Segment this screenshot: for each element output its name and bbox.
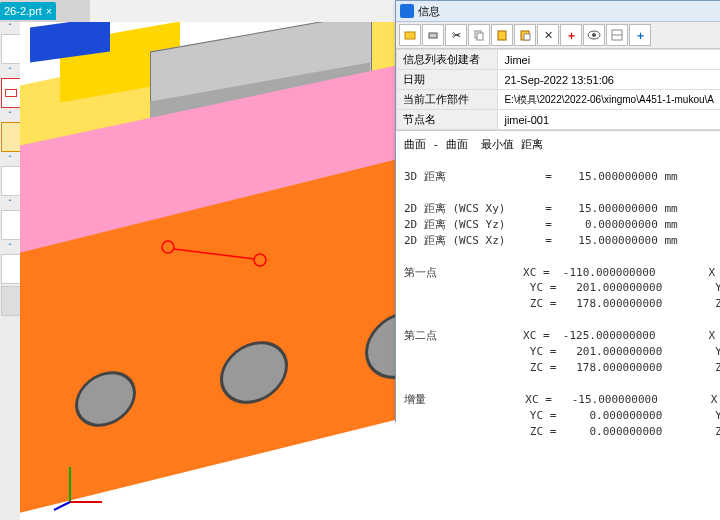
delete-icon[interactable]: ✕ (537, 24, 559, 46)
copy-icon[interactable] (468, 24, 490, 46)
info-body[interactable]: 曲面 - 曲面 最小值 距离 3D 距离 = 15.000000000 mm 2… (396, 131, 720, 448)
svg-line-5 (54, 502, 70, 510)
meta-label: 节点名 (397, 110, 498, 130)
meta-label: 日期 (397, 70, 498, 90)
add-red-icon[interactable]: ＋ (560, 24, 582, 46)
axis-triad-icon (50, 452, 110, 512)
svg-rect-10 (498, 31, 506, 40)
svg-rect-6 (405, 32, 415, 39)
tool-slot-1[interactable] (1, 34, 21, 64)
settings-icon[interactable] (606, 24, 628, 46)
info-toolbar: ✂ ✕ ＋ ＋ (396, 22, 720, 49)
plus-icon[interactable]: ＋ (629, 24, 651, 46)
open-icon[interactable] (399, 24, 421, 46)
info-meta-table: 信息列表创建者Jimei 日期21-Sep-2022 13:51:06 当前工作… (396, 49, 720, 131)
svg-rect-12 (524, 34, 530, 40)
meta-label: 当前工作部件 (397, 90, 498, 110)
svg-line-1 (174, 249, 255, 259)
chevron-up-icon[interactable]: ˆ (0, 66, 20, 76)
svg-point-0 (162, 241, 174, 253)
chevron-up-icon[interactable]: ˆ (0, 110, 20, 120)
meta-value: Jimei (498, 50, 720, 70)
file-tab[interactable]: 26-2.prt × (0, 2, 56, 20)
svg-rect-7 (429, 33, 437, 38)
meta-value: E:\模具\2022\2022-06\xingmo\A451-1-mukou\A (498, 90, 720, 110)
info-body-header: 曲面 - 曲面 最小值 距离 (404, 138, 543, 151)
chevron-up-icon[interactable]: ˆ (0, 242, 20, 252)
print-icon[interactable] (422, 24, 444, 46)
chevron-up-icon[interactable]: ˆ (0, 198, 20, 208)
meta-value: 21-Sep-2022 13:51:06 (498, 70, 720, 90)
info-icon (400, 4, 414, 18)
tool-slot-7[interactable] (1, 286, 21, 316)
chevron-up-icon[interactable]: ˆ (0, 22, 20, 32)
file-tab-bar: 26-2.prt × (0, 0, 90, 22)
close-tab-icon[interactable]: × (46, 6, 52, 17)
svg-point-2 (254, 254, 266, 266)
svg-rect-9 (477, 33, 483, 40)
info-window-title: 信息 (418, 4, 440, 19)
left-tool-strip: ˆ ˆ ˆ ˆ ˆ ˆ (0, 22, 21, 520)
measurement-annotation (160, 237, 270, 267)
paste2-icon[interactable] (514, 24, 536, 46)
file-tab-label: 26-2.prt (4, 5, 42, 17)
info-body-text: 3D 距离 = 15.000000000 mm 2D 距离 (WCS Xy) =… (404, 170, 720, 438)
tool-slot-2[interactable] (1, 78, 21, 108)
svg-point-14 (592, 33, 596, 37)
info-window-titlebar[interactable]: 信息 (396, 1, 720, 22)
tool-slot-4[interactable] (1, 166, 21, 196)
tool-slot-6[interactable] (1, 254, 21, 284)
tool-slot-5[interactable] (1, 210, 21, 240)
cut-icon[interactable]: ✂ (445, 24, 467, 46)
eye-icon[interactable] (583, 24, 605, 46)
paste-icon[interactable] (491, 24, 513, 46)
meta-value: jimei-001 (498, 110, 720, 130)
chevron-up-icon[interactable]: ˆ (0, 154, 20, 164)
meta-label: 信息列表创建者 (397, 50, 498, 70)
info-window: 信息 ✂ ✕ ＋ ＋ 信息列表创建者Jimei 日期21-Sep-2022 13… (395, 0, 720, 422)
tool-slot-3[interactable] (1, 122, 21, 152)
